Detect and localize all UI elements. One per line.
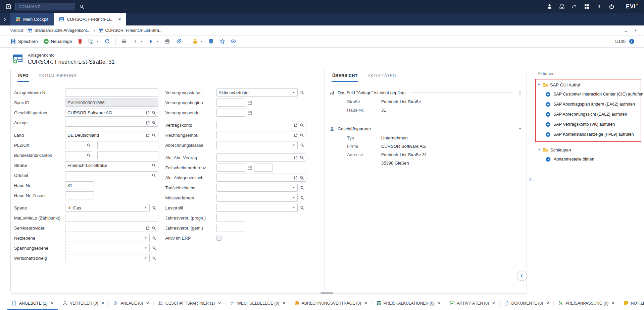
previous-record-caret-icon[interactable] — [140, 40, 143, 43]
zeitscheibenreferenz-input2[interactable] — [254, 164, 273, 172]
expand-panel-icon[interactable] — [528, 177, 533, 182]
horizontal-scrollbar[interactable] — [10, 292, 527, 295]
collapse-group-icon[interactable] — [538, 148, 541, 151]
watch-button[interactable] — [228, 37, 239, 46]
delete-button[interactable] — [75, 37, 85, 46]
tarifzeitscheibe-search-icon[interactable] — [300, 186, 304, 190]
messverfahren-search-icon[interactable] — [300, 196, 304, 200]
bottom-tab-preiskalkulationen-0[interactable]: PREISKALKULATIONEN (0)× — [372, 297, 445, 310]
section-menu-icon[interactable] — [517, 90, 523, 95]
bundesland-kanton-input2[interactable] — [97, 151, 158, 159]
abrechnungsklasse-dropdown-icon[interactable] — [292, 143, 295, 147]
expand-menu-icon[interactable] — [3, 17, 7, 21]
lastprofil-input[interactable] — [216, 204, 298, 212]
next-record-button[interactable] — [146, 37, 161, 46]
action-sap-customer-interaction-center-cic-aufrufen[interactable]: SAP Customer Interaction Center (CIC) au… — [537, 89, 639, 99]
help-icon[interactable]: ? — [596, 4, 602, 9]
rechnungsempf-search-icon[interactable] — [300, 133, 304, 137]
versorgungsstatus-input[interactable]: Aktiv unbefristet — [216, 88, 298, 97]
netzebene-dropdown-icon[interactable] — [144, 236, 147, 240]
sparte-input[interactable]: Gas — [65, 204, 150, 212]
collapse-panel-button[interactable] — [517, 271, 527, 281]
history-back-icon[interactable]: ← — [624, 27, 629, 33]
messverfahren-input[interactable] — [216, 194, 298, 202]
versorgungsende-input[interactable] — [216, 109, 245, 117]
attachment-button[interactable] — [173, 37, 184, 46]
bottom-tab-angebote-1[interactable]: ANGEBOTE (1)× — [7, 297, 58, 310]
spannungsebene-input[interactable] — [65, 244, 150, 252]
netzebene-search-icon[interactable] — [152, 236, 156, 240]
bottom-tab-preisanpassung-0[interactable]: PREISANPASSUNG (0)× — [554, 297, 619, 310]
inbox-icon[interactable] — [559, 4, 565, 9]
anlagenkonto-nr-input[interactable] — [65, 88, 158, 97]
versorgungsbeginn-input[interactable] — [216, 99, 245, 107]
akt-abr-vertrag-search-icon[interactable] — [300, 156, 304, 160]
info-icon[interactable] — [629, 39, 635, 44]
user-icon[interactable] — [547, 4, 552, 9]
permissions-caret-icon[interactable] — [200, 40, 203, 43]
wirtschaftszweig-search-icon[interactable] — [152, 256, 156, 260]
geschaeftspartner-open-icon[interactable] — [146, 111, 150, 115]
tab-aktualisierung[interactable]: AKTUALISIERUNG — [38, 70, 77, 82]
netzebene-input[interactable] — [65, 234, 150, 242]
bottom-tab-geschaeftspartner-1[interactable]: GESCHÄFTSPARTNER (1)× — [154, 297, 225, 310]
aktiv-im-erp-checkbox[interactable] — [216, 236, 221, 241]
action-folder-sap-gui-aufruf[interactable]: SAP GUI Aufruf — [537, 80, 639, 89]
action-sap-kontenstandsanzeige-fpl9-aufrufen[interactable]: SAP Kontenstandsanzeige (FPL9) aufrufen — [537, 129, 639, 139]
sparte-search-icon[interactable] — [152, 206, 156, 210]
messverfahren-dropdown-icon[interactable] — [292, 196, 295, 199]
zeitscheibenreferenz-calendar-icon[interactable] — [247, 165, 252, 170]
bottom-tab-wechselbelege-0[interactable]: WECHSELBELEGE (0)× — [226, 297, 290, 310]
lastprofil-dropdown-icon[interactable] — [292, 206, 295, 209]
ortsteil-input[interactable] — [65, 171, 158, 179]
tarifzeitscheibe-input[interactable] — [216, 184, 298, 192]
bottom-tab-verteiler-0[interactable]: VERTEILER (0)× — [58, 297, 108, 310]
abrechnungsklasse-input[interactable] — [216, 141, 298, 149]
refresh-button[interactable] — [102, 37, 112, 46]
jahresverbr-gem-input[interactable] — [216, 224, 245, 232]
versorgungsstatus-search-icon[interactable] — [300, 90, 304, 95]
anlage-input[interactable] — [65, 119, 158, 127]
vertragskonto-search-icon[interactable] — [300, 123, 304, 127]
close-icon[interactable]: × — [492, 301, 495, 306]
close-icon[interactable]: × — [218, 301, 221, 306]
haus-nr-input[interactable]: 31 — [65, 181, 94, 189]
action-sap-abschlagsplan-aendern-ea62-aufrufen[interactable]: SAP Abschlagsplan ändern (EA62) aufrufen — [537, 99, 639, 109]
action-folder-schleupen[interactable]: Schleupen — [538, 145, 639, 154]
bundesland-kanton-search-icon[interactable] — [87, 153, 91, 158]
rechnungsempf-input[interactable] — [216, 131, 306, 139]
next-record-caret-icon[interactable] — [156, 40, 159, 43]
land-input[interactable]: DE Deutschland — [65, 131, 158, 139]
bottom-tab-anlage-0[interactable]: ANLAGE (0)× — [109, 297, 153, 310]
vertragskonto-open-icon[interactable] — [294, 123, 298, 127]
malo-melo-zaehlpunkt-input[interactable] — [65, 214, 158, 222]
geschaeftspartner-search-icon[interactable] — [152, 111, 156, 115]
akt-anlagenzeitsch-input[interactable] — [216, 174, 306, 182]
search-icon[interactable] — [79, 4, 85, 9]
action-sap-vertragskonto-vk-aufrufen[interactable]: SAP Vertragskonto (VK) aufrufen — [537, 119, 639, 129]
haus-nr-zusatz-input[interactable] — [65, 191, 94, 199]
close-icon[interactable]: × — [146, 301, 149, 306]
close-icon[interactable]: × — [118, 17, 121, 22]
tarifzeitscheibe-dropdown-icon[interactable] — [292, 186, 295, 189]
history-dropdown-icon[interactable] — [634, 28, 637, 32]
bottom-tab-dokumente-0[interactable]: DOKUMENTE (0)× — [500, 297, 553, 310]
zeitscheibenreferenz-input[interactable] — [216, 164, 245, 172]
collapse-group-icon[interactable] — [537, 83, 541, 86]
plz-ort-search-icon[interactable] — [87, 143, 91, 147]
wirtschaftszweig-input[interactable] — [65, 254, 150, 262]
collapse-section-icon[interactable] — [518, 126, 523, 131]
ortsteil-search-icon[interactable] — [152, 173, 156, 178]
bottom-tab-notizen-0[interactable]: NOTIZEN (0)× — [619, 297, 644, 310]
copy-button[interactable] — [86, 37, 101, 46]
land-search-icon[interactable] — [152, 133, 156, 137]
spannungsebene-dropdown-icon[interactable] — [144, 246, 147, 250]
print-button[interactable] — [162, 37, 172, 46]
close-icon[interactable]: × — [51, 301, 54, 306]
window-tab-cursor-friedrich-li[interactable]: CURSOR, Friedrich-Li...× — [54, 13, 126, 25]
wirtschaftszweig-dropdown-icon[interactable] — [144, 256, 147, 260]
akt-anlagenzeitsch-open-icon[interactable] — [294, 176, 298, 180]
new-button[interactable]: Neuanlage — [41, 37, 75, 46]
action-abnahmestelle-oeffnen[interactable]: Abnahmestelle öffnen — [538, 154, 639, 164]
save-button[interactable]: Speichern — [8, 37, 40, 46]
